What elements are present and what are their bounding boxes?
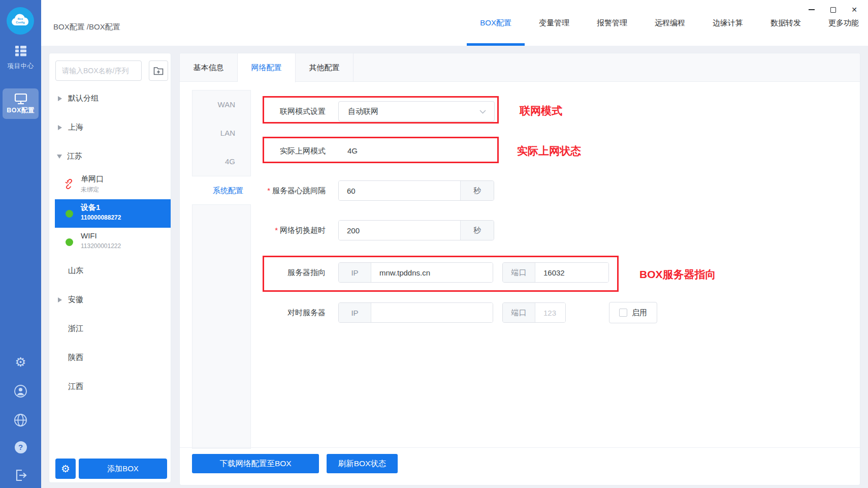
caret-right-icon — [58, 297, 62, 302]
nav-tab-remote-programming[interactable]: 远程编程 — [655, 0, 685, 46]
config-tabs: 基本信息 网络配置 其他配置 — [180, 53, 860, 82]
enable-checkbox[interactable] — [619, 309, 627, 317]
annotation-net-mode: 联网模式 — [520, 104, 562, 118]
header-bar: BOX配置 /BOX配置 ✕ BOX配置 变量管理 报警管理 远程编程 边缘计算… — [41, 0, 868, 46]
ip-tag: IP — [339, 263, 371, 282]
tree-settings-button[interactable]: ⚙ — [55, 459, 76, 479]
svg-text:Config: Config — [16, 21, 24, 24]
server-point-port-input[interactable] — [535, 263, 608, 282]
cloud-logo-icon: Box Config — [10, 12, 30, 29]
tree-group-anhui[interactable]: 安徽 — [49, 285, 171, 314]
tab-basic-info[interactable]: 基本信息 — [180, 53, 238, 82]
time-server-host-group: IP — [338, 302, 493, 323]
ip-tag: IP — [339, 303, 371, 322]
sidebar-item-box-config[interactable]: BOX配置 — [3, 88, 39, 119]
tree-device-wifi[interactable]: WIFI 113200001222 — [55, 228, 171, 256]
top-nav: BOX配置 变量管理 报警管理 远程编程 边缘计算 数据转发 更多功能 — [480, 0, 859, 46]
search-input[interactable] — [55, 60, 142, 81]
required-mark: * — [267, 186, 270, 195]
add-box-button[interactable]: 添加BOX — [79, 459, 167, 479]
heartbeat-group: 秒 — [338, 180, 494, 201]
switch-timeout-unit: 秒 — [460, 221, 494, 240]
breadcrumb: BOX配置 /BOX配置 — [53, 22, 120, 32]
tab-other-config[interactable]: 其他配置 — [296, 53, 353, 82]
actual-mode-label: 实际上网模式 — [200, 141, 326, 161]
time-server-port-input[interactable] — [535, 303, 565, 322]
caret-down-icon — [57, 155, 62, 159]
gear-wifi-icon: ⚙ — [15, 356, 26, 369]
heartbeat-input[interactable] — [339, 181, 460, 200]
switch-timeout-label: *网络切换超时 — [200, 220, 326, 240]
device-tree: 默认分组 上海 江苏 单网口 — [49, 84, 171, 401]
port-tag: 端口 — [503, 263, 535, 282]
device-serial: 110000088272 — [81, 214, 121, 221]
config-card: 基本信息 网络配置 其他配置 WAN LAN 4G 系统配置 联网模式设置 自动… — [179, 53, 860, 485]
caret-right-icon — [58, 125, 62, 130]
heartbeat-unit: 秒 — [460, 181, 494, 200]
sidebar-item-label: 项目中心 — [0, 62, 41, 71]
device-name: WIFI — [81, 231, 97, 240]
net-mode-select[interactable]: 自动联网 — [338, 101, 495, 121]
app-window: Box Config 项目中心 BOX配置 ⚙ — [0, 0, 868, 488]
logout-door-icon — [14, 469, 27, 482]
chevron-down-icon — [479, 110, 486, 114]
nav-tab-edge-computing[interactable]: 边缘计算 — [713, 0, 743, 46]
tree-group-jiangxi[interactable]: 江西 — [49, 372, 171, 401]
server-point-host-group: IP — [338, 262, 493, 283]
net-mode-label: 联网模式设置 — [200, 101, 326, 121]
actual-mode-value: 4G — [347, 141, 358, 161]
refresh-status-button[interactable]: 刷新BOX状态 — [327, 454, 398, 473]
tree-group-jiangsu[interactable]: 江苏 — [49, 142, 171, 171]
net-mode-value: 自动联网 — [348, 107, 378, 115]
nav-tab-variable-mgmt[interactable]: 变量管理 — [539, 0, 569, 46]
tree-group-shaanxi[interactable]: 陕西 — [49, 343, 171, 372]
time-server-host-input[interactable] — [371, 303, 493, 322]
annotation-actual-status: 实际上网状态 — [517, 144, 581, 158]
caret-right-icon — [58, 96, 62, 101]
tree-group-shanghai[interactable]: 上海 — [49, 113, 171, 142]
online-status-dot — [66, 238, 73, 246]
gear-icon: ⚙ — [61, 464, 70, 474]
nav-tab-box-config[interactable]: BOX配置 — [480, 0, 511, 46]
subnav-filler — [192, 204, 251, 449]
sidebar-item-label: BOX配置 — [7, 106, 35, 115]
account-button[interactable] — [0, 384, 41, 398]
svg-text:Box: Box — [18, 17, 23, 20]
device-serial: 113200001222 — [81, 242, 121, 250]
heartbeat-label: *服务器心跳间隔 — [200, 180, 326, 201]
app-logo: Box Config — [7, 7, 34, 35]
tree-group-zhejiang[interactable]: 浙江 — [49, 314, 171, 343]
tree-device-single-port[interactable]: 单网口 未绑定 — [55, 171, 171, 199]
add-group-button[interactable] — [149, 60, 168, 81]
tree-group-shandong[interactable]: 山东 — [49, 256, 171, 285]
enable-label: 启用 — [632, 308, 647, 318]
time-server-port-group: 端口 — [502, 302, 566, 323]
port-tag: 端口 — [503, 303, 535, 322]
tab-network-config[interactable]: 网络配置 — [238, 53, 296, 82]
folder-plus-icon — [153, 66, 164, 75]
left-rail: Box Config 项目中心 BOX配置 ⚙ — [0, 0, 41, 488]
nav-tab-data-forwarding[interactable]: 数据转发 — [770, 0, 801, 46]
switch-timeout-input[interactable] — [339, 221, 460, 240]
language-button[interactable] — [0, 413, 41, 427]
time-server-enable[interactable]: 启用 — [609, 302, 657, 323]
user-icon — [14, 384, 27, 398]
help-button[interactable]: ? — [0, 441, 41, 453]
server-point-port-group: 端口 — [502, 262, 609, 283]
time-server-label: 对时服务器 — [200, 302, 326, 323]
sidebar-item-project-center[interactable]: 项目中心 — [0, 45, 41, 71]
tree-device-device1[interactable]: 设备1 110000088272 — [55, 199, 171, 228]
logout-button[interactable] — [0, 469, 41, 482]
annotation-server-point: BOX服务器指向 — [639, 267, 716, 282]
nav-tab-more-features[interactable]: 更多功能 — [828, 0, 859, 46]
server-point-host-input[interactable] — [371, 263, 493, 282]
device-name: 设备1 — [81, 203, 100, 212]
card-footer: 下载网络配置至BOX 刷新BOX状态 — [180, 447, 860, 485]
required-mark: * — [275, 226, 278, 234]
server-point-label: 服务器指向 — [200, 262, 326, 283]
nav-tab-alarm-mgmt[interactable]: 报警管理 — [597, 0, 627, 46]
download-config-button[interactable]: 下载网络配置至BOX — [192, 454, 319, 473]
question-icon: ? — [15, 441, 27, 453]
tree-group-default[interactable]: 默认分组 — [49, 84, 171, 113]
settings-wifi-button[interactable]: ⚙ — [0, 356, 41, 369]
